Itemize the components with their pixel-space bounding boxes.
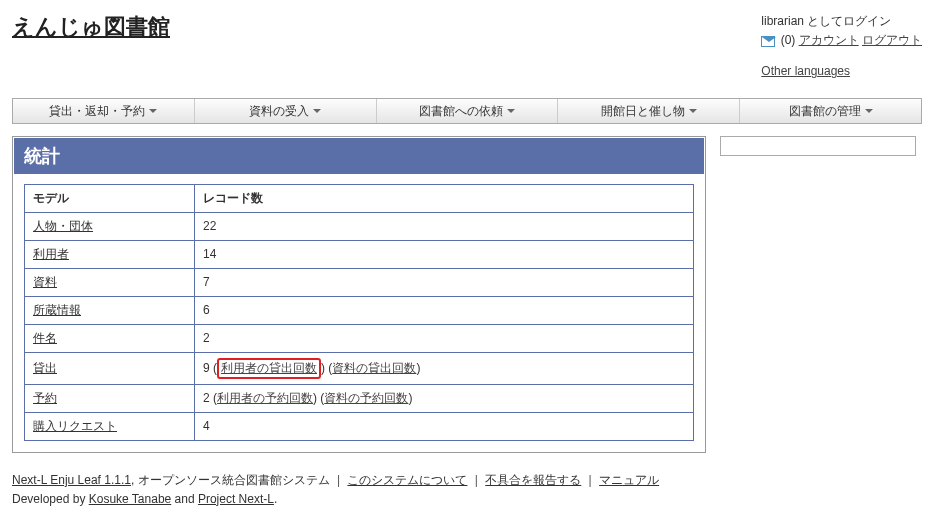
mail-icon (761, 36, 775, 47)
menu-label: 図書館への依頼 (419, 104, 503, 118)
chevron-down-icon (865, 109, 873, 113)
record-cell: 7 (195, 268, 694, 296)
menu-acquisition[interactable]: 資料の受入 (195, 99, 377, 123)
model-link[interactable]: 利用者 (33, 247, 69, 261)
model-link[interactable]: 予約 (33, 391, 57, 405)
menu-label: 図書館の管理 (789, 104, 861, 118)
record-value: 9 (203, 361, 210, 375)
report-link[interactable]: 不具合を報告する (485, 473, 581, 487)
other-languages-link[interactable]: Other languages (761, 64, 850, 78)
menu-checkout[interactable]: 貸出・返却・予約 (13, 99, 195, 123)
record-value: 22 (203, 219, 216, 233)
message-count: (0) (781, 33, 796, 47)
record-cell: 14 (195, 240, 694, 268)
table-row: 予約2 (利用者の予約回数) (資料の予約回数) (25, 384, 694, 412)
login-block: librarian としてログイン (0) アカウント ログアウト Other … (761, 12, 922, 82)
record-value: 7 (203, 275, 210, 289)
panel-title: 統計 (14, 138, 704, 174)
developer-link-1[interactable]: Kosuke Tanabe (89, 492, 172, 506)
account-link[interactable]: アカウント (799, 33, 859, 47)
table-row: 件名2 (25, 324, 694, 352)
record-cell: 6 (195, 296, 694, 324)
record-value: 14 (203, 247, 216, 261)
record-cell: 9 (利用者の貸出回数) (資料の貸出回数) (195, 352, 694, 384)
table-row: 利用者14 (25, 240, 694, 268)
manual-link[interactable]: マニュアル (599, 473, 659, 487)
logout-link[interactable]: ログアウト (862, 33, 922, 47)
search-box (720, 136, 916, 453)
record-cell: 4 (195, 412, 694, 440)
about-link[interactable]: このシステムについて (347, 473, 467, 487)
menu-admin[interactable]: 図書館の管理 (740, 99, 921, 123)
record-cell: 2 (利用者の予約回数) (資料の予約回数) (195, 384, 694, 412)
model-link[interactable]: 人物・団体 (33, 219, 93, 233)
product-link[interactable]: Next-L Enju Leaf 1.1.1 (12, 473, 131, 487)
record-cell: 2 (195, 324, 694, 352)
menu-label: 貸出・返却・予約 (49, 104, 145, 118)
record-value: 2 (203, 331, 210, 345)
chevron-down-icon (689, 109, 697, 113)
record-value: 6 (203, 303, 210, 317)
record-cell: 22 (195, 212, 694, 240)
stats-table: モデル レコード数 人物・団体22利用者14資料7所蔵情報6件名2貸出9 (利用… (24, 184, 694, 441)
menu-label: 開館日と催し物 (601, 104, 685, 118)
table-row: 購入リクエスト4 (25, 412, 694, 440)
detail-link[interactable]: 資料の予約回数 (324, 391, 408, 405)
model-link[interactable]: 購入リクエスト (33, 419, 117, 433)
chevron-down-icon (313, 109, 321, 113)
table-row: 所蔵情報6 (25, 296, 694, 324)
main-menu: 貸出・返却・予約 資料の受入 図書館への依頼 開館日と催し物 図書館の管理 (12, 98, 922, 124)
table-row: 人物・団体22 (25, 212, 694, 240)
menu-label: 資料の受入 (249, 104, 309, 118)
developer-link-2[interactable]: Project Next-L (198, 492, 274, 506)
chevron-down-icon (507, 109, 515, 113)
col-records: レコード数 (195, 184, 694, 212)
model-link[interactable]: 資料 (33, 275, 57, 289)
col-model: モデル (25, 184, 195, 212)
table-row: 貸出9 (利用者の貸出回数) (資料の貸出回数) (25, 352, 694, 384)
menu-request[interactable]: 図書館への依頼 (377, 99, 559, 123)
login-status: librarian としてログイン (761, 12, 922, 31)
footer: Next-L Enju Leaf 1.1.1, オープンソース統合図書館システム… (12, 471, 922, 509)
table-row: 資料7 (25, 268, 694, 296)
stats-panel: 統計 モデル レコード数 人物・団体22利用者14資料7所蔵情報6件名2貸出9 … (12, 136, 706, 453)
search-input[interactable] (720, 136, 916, 156)
record-value: 2 (203, 391, 210, 405)
chevron-down-icon (149, 109, 157, 113)
menu-events[interactable]: 開館日と催し物 (558, 99, 740, 123)
detail-link[interactable]: 利用者の予約回数 (217, 391, 313, 405)
model-link[interactable]: 件名 (33, 331, 57, 345)
site-title[interactable]: えんじゅ図書館 (12, 12, 170, 42)
model-link[interactable]: 貸出 (33, 361, 57, 375)
detail-link[interactable]: 資料の貸出回数 (332, 361, 416, 375)
detail-link[interactable]: 利用者の貸出回数 (217, 358, 321, 379)
model-link[interactable]: 所蔵情報 (33, 303, 81, 317)
record-value: 4 (203, 419, 210, 433)
